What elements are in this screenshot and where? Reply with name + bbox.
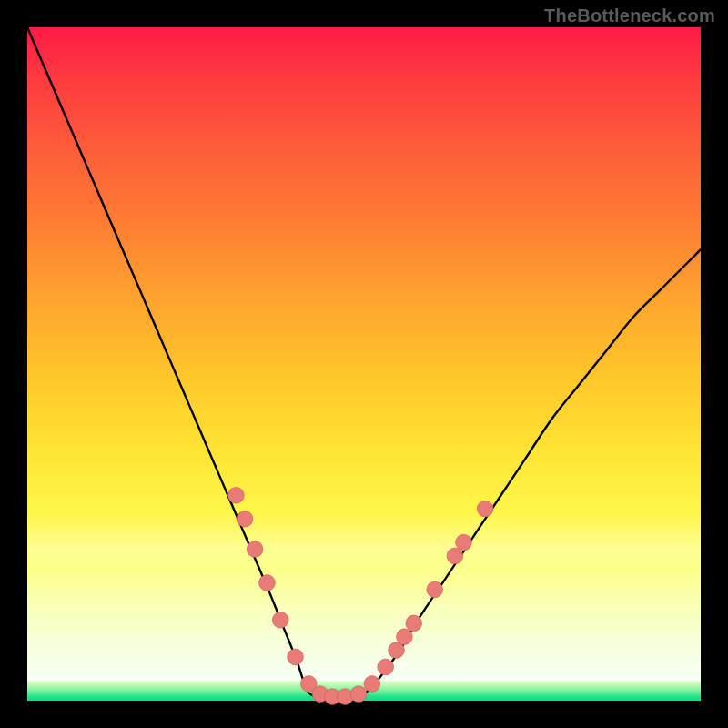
data-point-marker: [364, 676, 380, 693]
data-point-marker: [447, 548, 463, 564]
data-point-marker: [477, 500, 493, 517]
data-point-marker: [272, 612, 288, 628]
data-point-marker: [259, 575, 276, 592]
data-point-marker: [237, 511, 253, 527]
data-point-marker: [288, 649, 304, 665]
plot-area: [27, 27, 701, 701]
chart-svg: [27, 27, 701, 701]
data-point-marker: [247, 541, 263, 558]
data-point-marker: [378, 659, 394, 675]
data-point-marker: [427, 581, 443, 598]
marker-group: [228, 487, 494, 704]
data-point-marker: [228, 487, 245, 503]
data-point-marker: [406, 615, 422, 632]
data-point-marker: [350, 686, 367, 703]
data-point-marker: [397, 629, 413, 645]
watermark-text: TheBottleneck.com: [544, 5, 715, 26]
curve-path: [27, 27, 701, 698]
bottleneck-curve: [27, 27, 701, 698]
chart-frame: TheBottleneck.com: [0, 0, 728, 728]
data-point-marker: [456, 534, 472, 551]
